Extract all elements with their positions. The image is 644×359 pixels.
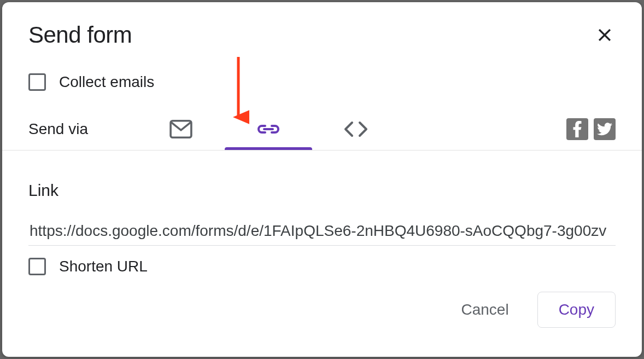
send-via-tabs bbox=[137, 117, 400, 141]
collect-emails-row: Collect emails bbox=[28, 73, 616, 91]
collect-emails-checkbox[interactable] bbox=[28, 73, 46, 91]
dialog-title: Send form bbox=[28, 22, 132, 48]
send-via-row: Send via bbox=[28, 117, 616, 150]
send-via-label: Send via bbox=[28, 120, 88, 138]
share-url-field[interactable] bbox=[28, 222, 616, 246]
link-icon bbox=[255, 122, 282, 136]
close-icon bbox=[595, 26, 614, 44]
share-facebook-button[interactable] bbox=[566, 118, 588, 140]
cancel-button[interactable]: Cancel bbox=[448, 292, 522, 327]
shorten-url-checkbox[interactable] bbox=[28, 258, 46, 275]
close-button[interactable] bbox=[594, 24, 616, 46]
collect-emails-label: Collect emails bbox=[59, 73, 154, 91]
link-heading: Link bbox=[28, 181, 616, 200]
tab-active-indicator bbox=[225, 147, 312, 150]
tab-email[interactable] bbox=[137, 117, 225, 141]
social-share-group bbox=[566, 118, 616, 140]
twitter-icon bbox=[597, 123, 612, 136]
email-icon bbox=[169, 119, 193, 139]
tab-link[interactable] bbox=[225, 117, 312, 141]
tab-embed[interactable] bbox=[312, 117, 400, 141]
embed-icon bbox=[342, 120, 370, 138]
copy-button[interactable]: Copy bbox=[537, 292, 616, 328]
facebook-icon bbox=[572, 121, 582, 137]
dialog-actions: Cancel Copy bbox=[28, 292, 616, 328]
dialog-header: Send form bbox=[28, 22, 616, 48]
shorten-url-label: Shorten URL bbox=[59, 258, 148, 275]
share-twitter-button[interactable] bbox=[594, 118, 616, 140]
send-form-dialog: Send form Collect emails Send via bbox=[2, 2, 642, 357]
shorten-url-row: Shorten URL bbox=[28, 258, 616, 275]
link-section: Link Shorten URL Cancel Copy bbox=[28, 150, 616, 328]
